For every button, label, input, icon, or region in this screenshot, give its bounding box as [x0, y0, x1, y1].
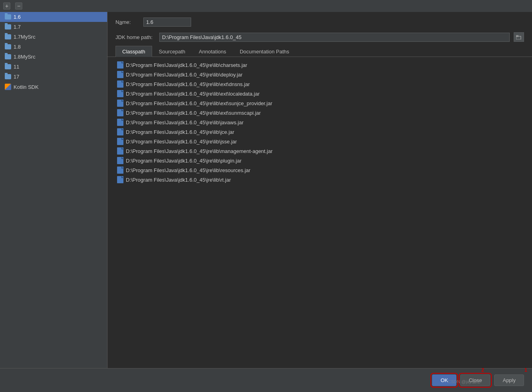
jar-icon — [117, 80, 123, 88]
sidebar-item-1.7mysrc[interactable]: 1.7MySrc — [0, 32, 107, 42]
jar-icon — [117, 176, 123, 183]
tab-annotations[interactable]: Annotations — [192, 46, 233, 57]
sidebar-item-label: 11 — [14, 64, 19, 70]
watermark: CSDN @jay编程 — [448, 379, 480, 385]
jar-icon — [117, 128, 123, 135]
name-row: Name: — [108, 12, 532, 31]
list-item[interactable]: D:\Program Files\Java\jdk1.6.0_45\jre\li… — [115, 175, 524, 184]
name-input[interactable] — [143, 18, 191, 27]
jdk-row: JDK home path: — [108, 31, 532, 46]
jar-icon — [117, 138, 123, 145]
jar-icon — [117, 119, 123, 126]
list-item[interactable]: D:\Program Files\Java\jdk1.6.0_45\jre\li… — [115, 79, 524, 89]
list-item[interactable]: D:\Program Files\Java\jdk1.6.0_45\jre\li… — [115, 156, 524, 165]
list-item[interactable]: D:\Program Files\Java\jdk1.6.0_45\jre\li… — [115, 146, 524, 156]
tab-sourcepath[interactable]: Sourcepath — [152, 46, 192, 57]
folder-icon — [5, 14, 11, 20]
list-item[interactable]: D:\Program Files\Java\jdk1.6.0_45\jre\li… — [115, 108, 524, 118]
folder-icon — [5, 24, 11, 29]
tab-classpath[interactable]: Classpath — [115, 46, 152, 57]
list-item[interactable]: D:\Program Files\Java\jdk1.6.0_45\jre\li… — [115, 60, 524, 70]
title-bar: + − — [0, 0, 532, 12]
list-item[interactable]: D:\Program Files\Java\jdk1.6.0_45\jre\li… — [115, 137, 524, 146]
jar-icon — [117, 61, 123, 69]
main-content: 1.61.71.7MySrc1.81.8MySrc1117Kotlin SDK … — [0, 12, 532, 368]
file-path-text: D:\Program Files\Java\jdk1.6.0_45\jre\li… — [126, 129, 234, 135]
sidebar-item-1.7[interactable]: 1.7 — [0, 22, 107, 32]
file-path-text: D:\Program Files\Java\jdk1.6.0_45\jre\li… — [126, 100, 272, 106]
sidebar-item-1.6[interactable]: 1.6 — [0, 12, 107, 22]
sidebar-item-label: Kotlin SDK — [14, 84, 39, 90]
remove-button[interactable]: − — [15, 2, 22, 10]
sidebar-item-1.8mysrc[interactable]: 1.8MySrc — [0, 52, 107, 62]
folder-icon — [5, 64, 11, 69]
list-item[interactable]: D:\Program Files\Java\jdk1.6.0_45\jre\li… — [115, 89, 524, 98]
jar-icon — [117, 109, 123, 116]
tab-docpaths[interactable]: Documentation Paths — [233, 46, 296, 57]
folder-icon — [5, 34, 11, 39]
list-item[interactable]: D:\Program Files\Java\jdk1.6.0_45\jre\li… — [115, 98, 524, 108]
red-label-2: 2 — [481, 367, 484, 373]
jdk-label: JDK home path: — [115, 34, 155, 40]
add-button[interactable]: + — [3, 2, 10, 10]
sidebar-item-label: 1.6 — [14, 14, 21, 20]
folder-icon — [5, 44, 11, 49]
jar-icon — [117, 147, 123, 155]
browse-button[interactable] — [514, 32, 524, 42]
sidebar-item-11[interactable]: 11 — [0, 62, 107, 72]
list-item[interactable]: D:\Program Files\Java\jdk1.6.0_45\jre\li… — [115, 70, 524, 79]
jar-icon — [117, 71, 123, 78]
file-path-text: D:\Program Files\Java\jdk1.6.0_45\jre\li… — [126, 167, 250, 173]
folder-icon — [5, 54, 11, 59]
kotlin-icon — [5, 84, 11, 90]
sidebar: 1.61.71.7MySrc1.81.8MySrc1117Kotlin SDK — [0, 12, 108, 368]
file-path-text: D:\Program Files\Java\jdk1.6.0_45\jre\li… — [126, 148, 273, 154]
right-panel: Name: JDK home path: ClasspathSourcepath… — [108, 12, 532, 368]
sidebar-item-kotlinsdk[interactable]: Kotlin SDK — [0, 82, 107, 92]
sidebar-item-label: 17 — [14, 74, 19, 80]
sidebar-item-label: 1.7 — [14, 24, 21, 30]
list-item[interactable]: D:\Program Files\Java\jdk1.6.0_45\jre\li… — [115, 127, 524, 137]
file-path-text: D:\Program Files\Java\jdk1.6.0_45\jre\li… — [126, 72, 243, 78]
list-item[interactable]: D:\Program Files\Java\jdk1.6.0_45\jre\li… — [115, 118, 524, 127]
jar-icon — [117, 100, 123, 107]
file-path-text: D:\Program Files\Java\jdk1.6.0_45\jre\li… — [126, 91, 260, 97]
apply-button[interactable]: Apply — [494, 374, 524, 386]
file-path-text: D:\Program Files\Java\jdk1.6.0_45\jre\li… — [126, 158, 241, 164]
jar-icon — [117, 90, 123, 97]
sidebar-item-label: 1.7MySrc — [14, 34, 35, 40]
jdk-path-input[interactable] — [159, 33, 510, 42]
tabs: ClasspathSourcepathAnnotationsDocumentat… — [108, 46, 532, 57]
sidebar-item-label: 1.8 — [14, 44, 21, 50]
red-label-1: 1 — [524, 367, 527, 373]
folder-icon — [5, 74, 11, 79]
file-list-area[interactable]: D:\Program Files\Java\jdk1.6.0_45\jre\li… — [108, 57, 532, 368]
sidebar-item-17[interactable]: 17 — [0, 72, 107, 82]
jar-icon — [117, 157, 123, 164]
file-path-text: D:\Program Files\Java\jdk1.6.0_45\jre\li… — [126, 177, 231, 183]
jar-icon — [117, 167, 123, 174]
sidebar-item-label: 1.8MySrc — [14, 54, 35, 60]
file-path-text: D:\Program Files\Java\jdk1.6.0_45\jre\li… — [126, 110, 261, 116]
bottom-bar: OK Close Apply 1 2 CSDN @jay编程 — [0, 368, 532, 392]
name-label: Name: — [115, 19, 139, 25]
file-path-text: D:\Program Files\Java\jdk1.6.0_45\jre\li… — [126, 62, 247, 68]
file-path-text: D:\Program Files\Java\jdk1.6.0_45\jre\li… — [126, 81, 250, 87]
sidebar-item-1.8[interactable]: 1.8 — [0, 42, 107, 52]
list-item[interactable]: D:\Program Files\Java\jdk1.6.0_45\jre\li… — [115, 165, 524, 175]
file-path-text: D:\Program Files\Java\jdk1.6.0_45\jre\li… — [126, 139, 237, 145]
file-path-text: D:\Program Files\Java\jdk1.6.0_45\jre\li… — [126, 120, 244, 125]
